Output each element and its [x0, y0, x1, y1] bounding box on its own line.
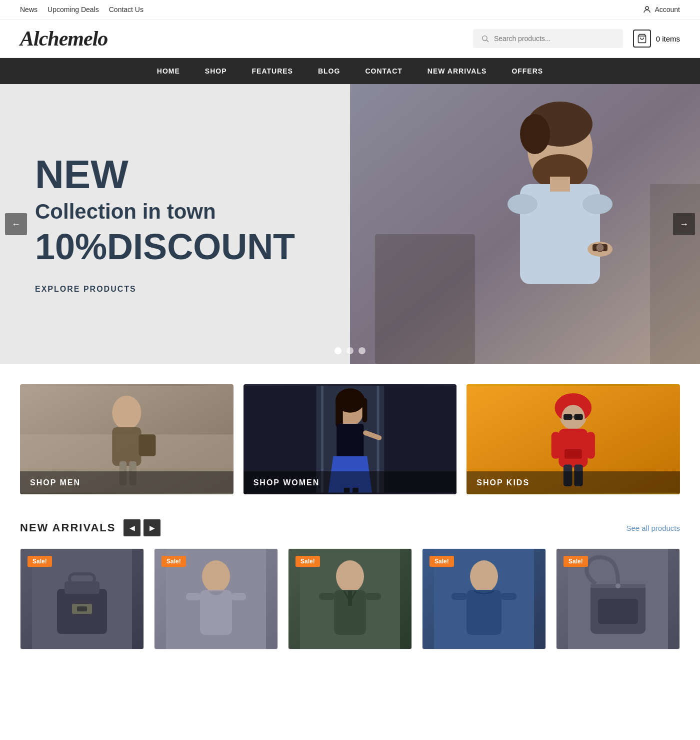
svg-rect-47	[559, 429, 588, 468]
svg-point-0	[646, 7, 648, 10]
svg-rect-23	[112, 427, 141, 466]
logo[interactable]: Alchemelo	[20, 27, 108, 51]
hero-line2: Collection in town	[35, 200, 315, 224]
svg-rect-18	[650, 184, 700, 364]
product-card-1[interactable]: Sale!	[20, 548, 144, 649]
product-image-3: Sale!	[288, 549, 412, 649]
svg-rect-11	[550, 177, 570, 192]
upcoming-deals-link[interactable]: Upcoming Deals	[48, 6, 99, 14]
cat-kids-label: SHOP KIDS	[466, 471, 680, 494]
search-box[interactable]	[473, 29, 623, 48]
dot-2[interactable]	[346, 347, 354, 354]
svg-point-60	[202, 560, 230, 592]
hero-line1: NEW	[35, 155, 315, 195]
svg-rect-26	[139, 434, 156, 456]
svg-rect-72	[466, 590, 502, 635]
svg-point-1	[482, 36, 486, 41]
header: Alchemelo 0 items	[0, 20, 700, 58]
svg-rect-78	[598, 599, 638, 624]
cart-icon	[637, 34, 647, 44]
slider-next-btn[interactable]: →	[673, 213, 695, 235]
svg-rect-17	[375, 234, 475, 364]
product-image-4: Sale!	[422, 549, 546, 649]
main-nav: HOME SHOP FEATURES BLOG CONTACT NEW ARRI…	[0, 58, 700, 84]
svg-rect-34	[362, 398, 367, 422]
svg-rect-73	[452, 593, 468, 600]
svg-rect-69	[365, 593, 381, 600]
hero-slide: NEW Collection in town 10%DISCOUNT EXPLO…	[0, 84, 700, 364]
cart-icon-wrap	[633, 30, 651, 48]
svg-point-15	[508, 194, 538, 214]
see-all-link[interactable]: See all products	[626, 524, 680, 532]
svg-rect-44	[564, 414, 572, 420]
product-image-2: Sale!	[154, 549, 278, 649]
user-icon	[642, 5, 652, 14]
svg-point-8	[520, 114, 550, 154]
news-link[interactable]: News	[20, 6, 38, 14]
svg-rect-35	[336, 424, 364, 458]
svg-point-71	[470, 560, 498, 592]
slider-dots	[334, 347, 366, 354]
hero-image	[350, 84, 700, 364]
nav-shop[interactable]: SHOP	[205, 58, 227, 84]
account-label: Account	[654, 6, 680, 14]
category-card-men[interactable]: SHOP MEN	[20, 384, 234, 494]
sale-badge-2: Sale!	[162, 556, 186, 567]
cat-men-label: SHOP MEN	[20, 471, 234, 494]
cat-women-label: SHOP WOMEN	[244, 471, 457, 494]
sale-badge-4: Sale!	[430, 556, 454, 567]
svg-point-79	[616, 583, 620, 588]
nav-offers[interactable]: OFFERS	[512, 58, 543, 84]
svg-rect-33	[336, 398, 343, 427]
search-input[interactable]	[494, 35, 615, 43]
cart-box[interactable]: 0 items	[633, 30, 680, 48]
arrivals-prev-btn[interactable]: ◀	[124, 519, 140, 536]
nav-blog[interactable]: BLOG	[318, 58, 340, 84]
contact-us-link[interactable]: Contact Us	[109, 6, 144, 14]
svg-rect-68	[319, 593, 335, 600]
product-image-5: Sale!	[556, 549, 680, 649]
svg-rect-74	[500, 593, 516, 600]
product-card-4[interactable]: Sale!	[422, 548, 546, 649]
nav-features[interactable]: FEATURES	[252, 58, 293, 84]
account-link[interactable]: Account	[642, 5, 680, 14]
category-section: SHOP MEN SHOP WOMEN	[20, 384, 680, 494]
sale-badge-3: Sale!	[296, 556, 320, 567]
new-arrivals-header: NEW ARRIVALS ◀ ▶ See all products	[20, 519, 680, 536]
top-bar-links: News Upcoming Deals Contact Us	[20, 6, 144, 14]
svg-rect-61	[200, 590, 232, 635]
search-icon	[481, 34, 489, 43]
top-bar: News Upcoming Deals Contact Us Account	[0, 0, 700, 20]
svg-point-22	[112, 396, 141, 430]
category-card-kids[interactable]: SHOP KIDS	[466, 384, 680, 494]
product-image-1: Sale!	[20, 549, 144, 649]
product-card-3[interactable]: Sale!	[288, 548, 412, 649]
svg-rect-62	[186, 593, 201, 600]
svg-rect-51	[552, 432, 560, 458]
nav-contact[interactable]: CONTACT	[365, 58, 402, 84]
dot-1[interactable]	[334, 347, 342, 354]
products-row: Sale! Sale!	[20, 548, 680, 649]
nav-home[interactable]: HOME	[157, 58, 180, 84]
hero-line3: 10%DISCOUNT	[35, 229, 315, 265]
new-arrivals-section: NEW ARRIVALS ◀ ▶ See all products Sale!	[20, 519, 680, 649]
svg-rect-67	[348, 591, 352, 606]
product-card-2[interactable]: Sale!	[154, 548, 278, 649]
nav-arrows: ◀ ▶	[124, 519, 160, 536]
cart-label: 0 items	[656, 35, 680, 43]
svg-rect-45	[574, 414, 583, 420]
svg-rect-52	[586, 432, 595, 458]
slider-prev-btn[interactable]: ←	[5, 213, 27, 235]
nav-new-arrivals[interactable]: NEW ARRIVALS	[428, 58, 487, 84]
svg-point-14	[596, 244, 604, 252]
hero-content: NEW Collection in town 10%DISCOUNT EXPLO…	[0, 84, 350, 364]
header-right: 0 items	[473, 29, 680, 48]
dot-3[interactable]	[358, 347, 366, 354]
arrivals-next-btn[interactable]: ▶	[144, 519, 160, 536]
explore-btn[interactable]: EXPLORE PRODUCTS	[35, 285, 315, 294]
category-card-women[interactable]: SHOP WOMEN	[244, 384, 457, 494]
hero-slider: NEW Collection in town 10%DISCOUNT EXPLO…	[0, 84, 700, 364]
svg-rect-48	[564, 449, 582, 458]
product-card-5[interactable]: Sale!	[556, 548, 680, 649]
new-arrivals-title: NEW ARRIVALS	[20, 521, 116, 534]
